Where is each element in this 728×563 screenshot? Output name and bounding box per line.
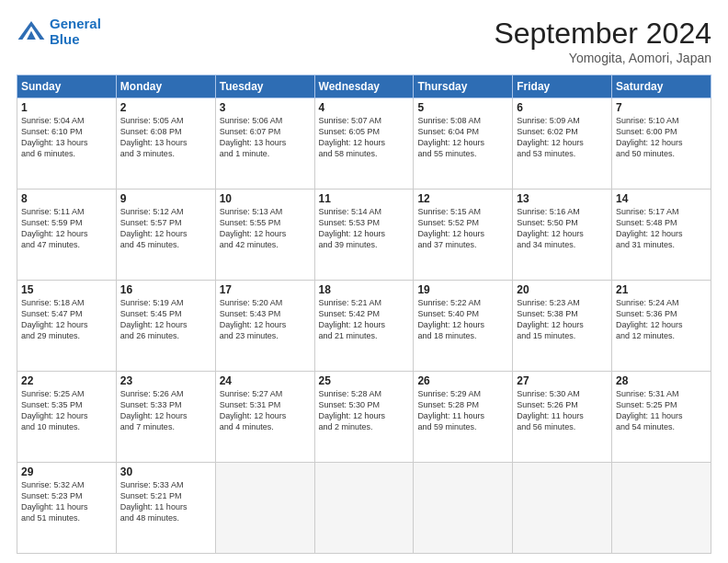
calendar-table: SundayMondayTuesdayWednesdayThursdayFrid…: [17, 75, 711, 554]
day-cell: 3Sunrise: 5:06 AM Sunset: 6:07 PM Daylig…: [215, 98, 314, 190]
day-cell: 5Sunrise: 5:08 AM Sunset: 6:04 PM Daylig…: [414, 98, 513, 190]
day-number: 7: [616, 101, 707, 114]
day-info: Sunrise: 5:24 AM Sunset: 5:36 PM Dayligh…: [616, 297, 707, 342]
day-info: Sunrise: 5:31 AM Sunset: 5:25 PM Dayligh…: [616, 388, 707, 433]
day-info: Sunrise: 5:13 AM Sunset: 5:55 PM Dayligh…: [220, 206, 311, 251]
day-cell: 22Sunrise: 5:25 AM Sunset: 5:35 PM Dayli…: [17, 372, 117, 463]
day-cell: 25Sunrise: 5:28 AM Sunset: 5:30 PM Dayli…: [314, 372, 414, 463]
week-row-3: 15Sunrise: 5:18 AM Sunset: 5:47 PM Dayli…: [17, 281, 711, 372]
day-cell: [215, 463, 314, 554]
day-info: Sunrise: 5:27 AM Sunset: 5:31 PM Dayligh…: [220, 388, 311, 433]
day-cell: 2Sunrise: 5:05 AM Sunset: 6:08 PM Daylig…: [116, 98, 215, 190]
day-number: 4: [319, 101, 410, 114]
weekday-sunday: Sunday: [17, 75, 117, 98]
logo-text: General Blue: [50, 17, 101, 47]
day-info: Sunrise: 5:15 AM Sunset: 5:52 PM Dayligh…: [417, 206, 508, 251]
week-row-5: 29Sunrise: 5:32 AM Sunset: 5:23 PM Dayli…: [17, 463, 711, 554]
day-cell: 6Sunrise: 5:09 AM Sunset: 6:02 PM Daylig…: [513, 98, 612, 190]
day-info: Sunrise: 5:26 AM Sunset: 5:33 PM Dayligh…: [120, 388, 211, 433]
day-info: Sunrise: 5:19 AM Sunset: 5:45 PM Dayligh…: [120, 297, 211, 342]
day-info: Sunrise: 5:25 AM Sunset: 5:35 PM Dayligh…: [21, 388, 112, 433]
day-cell: 30Sunrise: 5:33 AM Sunset: 5:21 PM Dayli…: [116, 463, 215, 554]
month-title: September 2024: [494, 17, 711, 51]
weekday-monday: Monday: [116, 75, 215, 98]
logo-icon: [17, 17, 46, 47]
day-info: Sunrise: 5:16 AM Sunset: 5:50 PM Dayligh…: [517, 206, 608, 251]
week-row-2: 8Sunrise: 5:11 AM Sunset: 5:59 PM Daylig…: [17, 190, 711, 281]
day-number: 13: [517, 192, 608, 205]
day-info: Sunrise: 5:14 AM Sunset: 5:53 PM Dayligh…: [319, 206, 410, 251]
day-number: 14: [616, 192, 707, 205]
day-cell: 23Sunrise: 5:26 AM Sunset: 5:33 PM Dayli…: [116, 372, 215, 463]
day-cell: 8Sunrise: 5:11 AM Sunset: 5:59 PM Daylig…: [17, 190, 117, 281]
day-cell: 29Sunrise: 5:32 AM Sunset: 5:23 PM Dayli…: [17, 463, 117, 554]
weekday-friday: Friday: [513, 75, 612, 98]
day-info: Sunrise: 5:23 AM Sunset: 5:38 PM Dayligh…: [517, 297, 608, 342]
day-cell: 14Sunrise: 5:17 AM Sunset: 5:48 PM Dayli…: [612, 190, 711, 281]
day-cell: 13Sunrise: 5:16 AM Sunset: 5:50 PM Dayli…: [513, 190, 612, 281]
day-cell: 20Sunrise: 5:23 AM Sunset: 5:38 PM Dayli…: [513, 281, 612, 372]
day-info: Sunrise: 5:04 AM Sunset: 6:10 PM Dayligh…: [21, 115, 112, 160]
day-cell: 9Sunrise: 5:12 AM Sunset: 5:57 PM Daylig…: [116, 190, 215, 281]
day-cell: 28Sunrise: 5:31 AM Sunset: 5:25 PM Dayli…: [612, 372, 711, 463]
day-cell: 27Sunrise: 5:30 AM Sunset: 5:26 PM Dayli…: [513, 372, 612, 463]
day-number: 20: [517, 283, 608, 296]
weekday-thursday: Thursday: [414, 75, 513, 98]
day-info: Sunrise: 5:28 AM Sunset: 5:30 PM Dayligh…: [319, 388, 410, 433]
day-cell: [314, 463, 414, 554]
logo: General Blue: [17, 17, 101, 47]
weekday-wednesday: Wednesday: [314, 75, 414, 98]
day-info: Sunrise: 5:29 AM Sunset: 5:28 PM Dayligh…: [417, 388, 508, 433]
day-number: 16: [120, 283, 211, 296]
week-row-1: 1Sunrise: 5:04 AM Sunset: 6:10 PM Daylig…: [17, 98, 711, 190]
day-number: 22: [21, 374, 112, 387]
day-info: Sunrise: 5:30 AM Sunset: 5:26 PM Dayligh…: [517, 388, 608, 433]
location: Yomogita, Aomori, Japan: [494, 51, 711, 65]
day-cell: [612, 463, 711, 554]
day-info: Sunrise: 5:05 AM Sunset: 6:08 PM Dayligh…: [120, 115, 211, 160]
day-number: 25: [319, 374, 410, 387]
day-number: 6: [517, 101, 608, 114]
day-number: 19: [417, 283, 508, 296]
day-number: 18: [319, 283, 410, 296]
day-cell: [513, 463, 612, 554]
day-number: 15: [21, 283, 112, 296]
day-info: Sunrise: 5:33 AM Sunset: 5:21 PM Dayligh…: [120, 479, 211, 524]
day-number: 23: [120, 374, 211, 387]
day-number: 8: [21, 192, 112, 205]
header: General Blue September 2024 Yomogita, Ao…: [17, 17, 711, 65]
day-cell: [414, 463, 513, 554]
day-cell: 17Sunrise: 5:20 AM Sunset: 5:43 PM Dayli…: [215, 281, 314, 372]
day-number: 28: [616, 374, 707, 387]
day-cell: 24Sunrise: 5:27 AM Sunset: 5:31 PM Dayli…: [215, 372, 314, 463]
day-cell: 12Sunrise: 5:15 AM Sunset: 5:52 PM Dayli…: [414, 190, 513, 281]
day-cell: 10Sunrise: 5:13 AM Sunset: 5:55 PM Dayli…: [215, 190, 314, 281]
day-cell: 1Sunrise: 5:04 AM Sunset: 6:10 PM Daylig…: [17, 98, 117, 190]
day-number: 29: [21, 465, 112, 478]
day-cell: 19Sunrise: 5:22 AM Sunset: 5:40 PM Dayli…: [414, 281, 513, 372]
day-info: Sunrise: 5:20 AM Sunset: 5:43 PM Dayligh…: [220, 297, 311, 342]
day-number: 11: [319, 192, 410, 205]
day-number: 9: [120, 192, 211, 205]
day-number: 17: [220, 283, 311, 296]
day-number: 5: [417, 101, 508, 114]
day-info: Sunrise: 5:07 AM Sunset: 6:05 PM Dayligh…: [319, 115, 410, 160]
day-number: 26: [417, 374, 508, 387]
day-number: 1: [21, 101, 112, 114]
day-info: Sunrise: 5:32 AM Sunset: 5:23 PM Dayligh…: [21, 479, 112, 524]
day-cell: 18Sunrise: 5:21 AM Sunset: 5:42 PM Dayli…: [314, 281, 414, 372]
day-info: Sunrise: 5:22 AM Sunset: 5:40 PM Dayligh…: [417, 297, 508, 342]
week-row-4: 22Sunrise: 5:25 AM Sunset: 5:35 PM Dayli…: [17, 372, 711, 463]
day-number: 3: [220, 101, 311, 114]
day-number: 30: [120, 465, 211, 478]
day-cell: 26Sunrise: 5:29 AM Sunset: 5:28 PM Dayli…: [414, 372, 513, 463]
day-info: Sunrise: 5:06 AM Sunset: 6:07 PM Dayligh…: [220, 115, 311, 160]
weekday-header-row: SundayMondayTuesdayWednesdayThursdayFrid…: [17, 75, 711, 98]
weekday-tuesday: Tuesday: [215, 75, 314, 98]
day-info: Sunrise: 5:12 AM Sunset: 5:57 PM Dayligh…: [120, 206, 211, 251]
day-number: 2: [120, 101, 211, 114]
day-cell: 4Sunrise: 5:07 AM Sunset: 6:05 PM Daylig…: [314, 98, 414, 190]
day-info: Sunrise: 5:11 AM Sunset: 5:59 PM Dayligh…: [21, 206, 112, 251]
day-info: Sunrise: 5:08 AM Sunset: 6:04 PM Dayligh…: [417, 115, 508, 160]
day-number: 21: [616, 283, 707, 296]
